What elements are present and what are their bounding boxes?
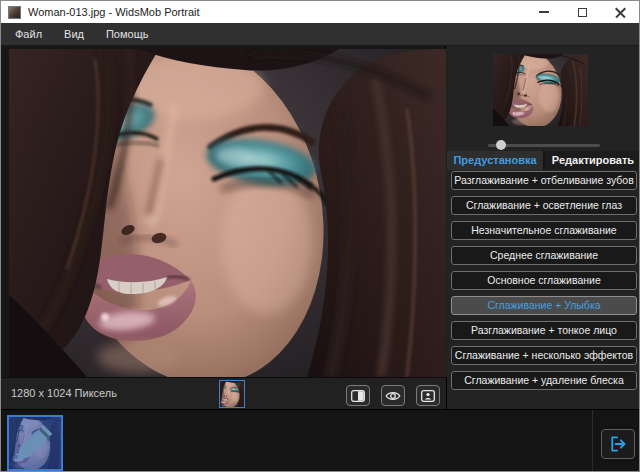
zoom-slider-handle[interactable] [496,140,506,150]
status-thumbnail[interactable] [219,380,245,408]
close-icon [615,7,626,18]
panel-tabs: Предустановка Редактировать [447,151,640,170]
zoom-slider[interactable] [488,139,600,151]
menu-file[interactable]: Файл [7,23,50,45]
image-canvas [1,46,446,377]
menu-view[interactable]: Вид [56,23,92,45]
right-panel: Предустановка Редактировать Разглаживани… [447,46,640,409]
preset-smooth-thin-face[interactable]: Разглаживание + тонкое лицо [451,321,637,340]
preview-thumbnail [493,54,588,126]
app-icon [8,6,21,19]
app-window: Woman-013.jpg - WidsMob Portrait Файл Ви… [0,0,640,472]
preview-original-button[interactable] [381,385,405,406]
preset-smooth-multiple-effects[interactable]: Сглаживание + несколько эффектов [451,346,637,365]
pencil-icon [8,417,60,469]
menu-help[interactable]: Помощь [98,23,157,45]
preset-smooth-whiten-teeth[interactable]: Разглаживание + отбеливание зубов [451,171,637,190]
eye-icon [385,390,401,402]
export-icon [608,435,628,453]
maximize-button[interactable] [563,1,601,23]
export-button[interactable] [601,429,635,459]
portrait-frame-icon [421,390,435,402]
minimize-button[interactable] [525,1,563,23]
filmstrip [1,409,639,472]
tab-edit[interactable]: Редактировать [543,151,640,170]
preset-smoothing-smile[interactable]: Сглаживание + Улыбка [451,296,637,315]
image-dimensions: 1280 x 1024 Пиксель [11,378,117,409]
tab-presets[interactable]: Предустановка [447,151,543,170]
window-title: Woman-013.jpg - WidsMob Portrait [28,6,200,18]
preset-smooth-brighten-eyes[interactable]: Сглаживание + осветление глаз [451,196,637,215]
window-controls [525,1,639,23]
minimize-icon [539,11,549,13]
filmstrip-thumbnail[interactable] [7,415,63,471]
main-photo [9,49,446,377]
titlebar: Woman-013.jpg - WidsMob Portrait [1,1,639,23]
compare-icon [351,390,365,402]
status-bar: 1280 x 1024 Пиксель [1,377,447,409]
compare-view-button[interactable] [346,385,370,406]
preset-basic-smoothing[interactable]: Основное сглаживание [451,271,637,290]
menubar: Файл Вид Помощь [1,23,639,46]
preset-medium-smoothing[interactable]: Среднее сглаживание [451,246,637,265]
preset-smooth-remove-shine[interactable]: Сглаживание + удаление блеска [451,371,637,390]
preset-list: Разглаживание + отбеливание зубов Сглажи… [451,171,637,396]
filmstrip-divider [592,410,593,472]
maximize-icon [578,8,587,17]
portrait-detect-button[interactable] [416,385,440,406]
close-button[interactable] [601,1,639,23]
preset-slight-smoothing[interactable]: Незначительное сглаживание [451,221,637,240]
